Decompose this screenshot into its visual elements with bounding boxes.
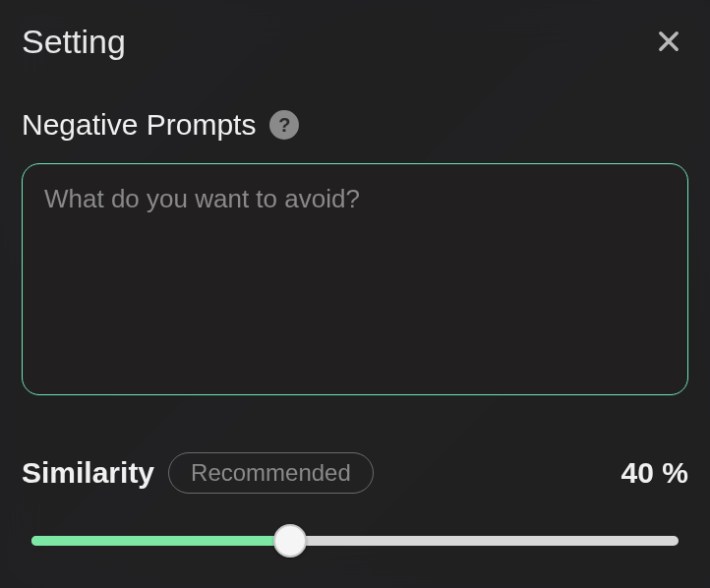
slider-track bbox=[31, 536, 679, 546]
help-icon[interactable]: ? bbox=[269, 110, 299, 140]
close-icon bbox=[655, 28, 682, 55]
slider-thumb[interactable] bbox=[273, 524, 307, 558]
similarity-slider[interactable] bbox=[22, 523, 688, 559]
recommended-badge: Recommended bbox=[168, 452, 374, 494]
similarity-header: Similarity Recommended 40 % bbox=[22, 452, 688, 494]
similarity-label: Similarity bbox=[22, 456, 154, 490]
panel-header: Setting bbox=[22, 22, 688, 61]
settings-panel: Setting Negative Prompts ? Similarity Re… bbox=[0, 0, 710, 588]
slider-fill bbox=[31, 536, 290, 546]
similarity-label-group: Similarity Recommended bbox=[22, 452, 374, 494]
negative-prompts-header: Negative Prompts ? bbox=[22, 108, 688, 142]
close-button[interactable] bbox=[649, 22, 688, 61]
similarity-value: 40 % bbox=[621, 456, 688, 490]
panel-title: Setting bbox=[22, 23, 126, 61]
negative-prompts-label: Negative Prompts bbox=[22, 108, 256, 142]
negative-prompts-input[interactable] bbox=[22, 163, 688, 395]
